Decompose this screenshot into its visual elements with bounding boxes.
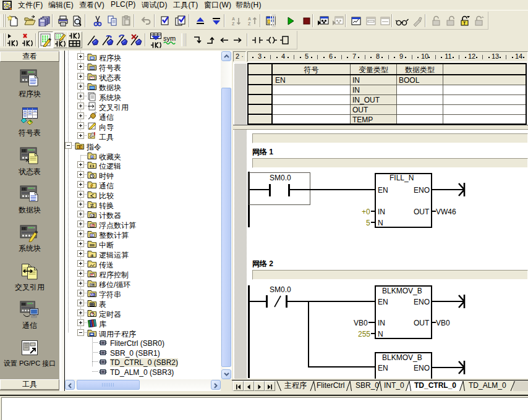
svg-text:T: T	[463, 21, 466, 25]
svg-text:sym: sym	[163, 34, 176, 41]
svg-text:Z: Z	[232, 22, 235, 26]
svg-text:AB: AB	[90, 293, 95, 296]
svg-text:±I: ±I	[90, 233, 93, 237]
svg-text::8: :8	[90, 254, 94, 258]
svg-text:A: A	[232, 17, 235, 21]
svg-text:+1: +1	[91, 214, 95, 217]
svg-text:Z: Z	[248, 22, 251, 26]
svg-text:A: A	[248, 17, 251, 21]
svg-text:±R: ±R	[90, 224, 95, 227]
